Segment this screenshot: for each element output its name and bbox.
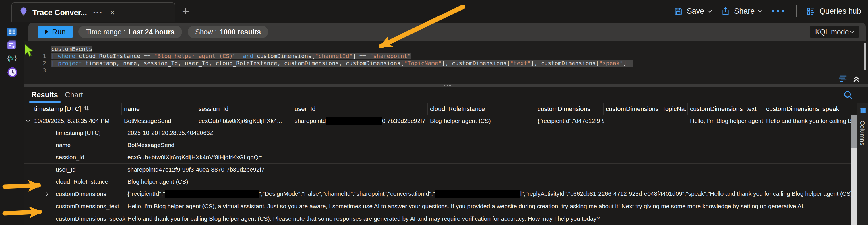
- tab-chart[interactable]: Chart: [65, 91, 83, 99]
- functions-icon[interactable]: {fx}: [6, 52, 18, 64]
- run-button[interactable]: Run: [37, 26, 73, 38]
- new-tab-button[interactable]: +: [182, 4, 189, 18]
- tab-more-button[interactable]: •••: [93, 9, 102, 16]
- topbar-actions: Save Share ••• Queries hub: [674, 0, 861, 22]
- collapse-editor-icon[interactable]: [852, 74, 861, 84]
- save-icon: [674, 6, 683, 15]
- share-chevron-icon[interactable]: [758, 8, 763, 12]
- chevron-right-icon[interactable]: [44, 192, 48, 196]
- editor-actions: [838, 74, 861, 84]
- tables-icon[interactable]: [6, 26, 18, 37]
- lightbulb-icon: [19, 7, 28, 18]
- code-line-3[interactable]: 3 | project timestamp, name, session_Id,…: [25, 60, 868, 67]
- show-results-picker[interactable]: Show : 1000 results: [188, 26, 268, 38]
- detail-row-customdimensions[interactable]: customDimensions {"recipientId":"","Desi…: [24, 188, 851, 200]
- example-queries-icon[interactable]: [6, 39, 18, 51]
- active-tab-indicator: [29, 101, 61, 103]
- feedback-lines-icon[interactable]: [838, 75, 848, 84]
- cell-customdimensions-speak[interactable]: Hello and thank you for calling Blog hel…: [764, 115, 851, 127]
- query-toolbar: Run Time range : Last 24 hours Show : 10…: [28, 23, 866, 41]
- topbar-divider: [796, 5, 797, 18]
- cell-customdimensions[interactable]: {"recipientId":"d47e12f9-99f3-...: [535, 115, 603, 127]
- cell-name[interactable]: BotMessageSend: [122, 115, 196, 127]
- app-root: Trace Conver... ••• × + Save Share •••: [0, 0, 868, 225]
- show-results-value: 1000 results: [220, 28, 261, 36]
- query-history-icon[interactable]: [6, 67, 18, 78]
- time-range-value: Last 24 hours: [128, 28, 175, 36]
- detail-row-timestamp[interactable]: timestamp [UTC] 2025-10-20T20:28:35.4042…: [24, 127, 851, 139]
- cell-session-id[interactable]: ecxGub+btw0iXjr6rgKdljHXk4...: [196, 115, 292, 127]
- columns-icon[interactable]: [859, 107, 867, 116]
- share-icon: [721, 6, 730, 15]
- header-session-id[interactable]: session_Id: [196, 103, 292, 115]
- header-customdimensions-topicname[interactable]: customDimensions_TopicNa...: [603, 103, 688, 115]
- columns-side-panel: Columns: [857, 103, 868, 225]
- save-chevron-icon[interactable]: [708, 8, 712, 12]
- svg-text:}: }: [14, 54, 17, 62]
- time-range-picker[interactable]: Time range : Last 24 hours: [79, 26, 182, 38]
- header-customdimensions-speak[interactable]: customDimensions_speak: [764, 103, 851, 115]
- cell-timestamp[interactable]: 10/20/2025, 8:28:35.404 PM: [32, 115, 122, 127]
- cell-user-id[interactable]: sharepointd0-7b39d2be92f7: [292, 115, 428, 127]
- kql-editor[interactable]: 1 customEvents 2 | where cloud_RoleInsta…: [25, 41, 868, 84]
- kql-mode-dropdown[interactable]: KQL mode: [810, 26, 859, 38]
- code-line-2[interactable]: 2 | where cloud_RoleInstance == "Blog he…: [25, 53, 868, 60]
- detail-row-customdimensions-speak[interactable]: customDimensions_speak Hello and thank y…: [24, 213, 851, 225]
- detail-row-user-id[interactable]: user_Id sharepointd47e12f9-99f3-40ea-887…: [24, 164, 851, 176]
- share-button[interactable]: Share: [721, 6, 762, 15]
- redaction-box: [165, 190, 259, 198]
- detail-row-session-id[interactable]: session_Id ecxGub+btw0iXjr6rgKdljHXk4oVf…: [24, 151, 851, 164]
- run-play-icon: [45, 29, 49, 34]
- detail-row-name[interactable]: name BotMessageSend: [24, 139, 851, 151]
- cell-customdimensions-text[interactable]: Hello, I'm Blog helper agent (...: [688, 115, 764, 127]
- line-number: 3: [25, 67, 46, 74]
- detail-row-cloud-roleinstance[interactable]: cloud_RoleInstance Blog helper agent (CS…: [24, 176, 851, 188]
- chevron-down-icon[interactable]: [26, 118, 30, 122]
- results-scrollbar[interactable]: [851, 116, 857, 225]
- top-bar: Trace Conver... ••• × + Save Share •••: [0, 0, 868, 22]
- redaction-box: [326, 117, 382, 125]
- cell-cloud-roleinstance[interactable]: Blog helper agent (CS): [428, 115, 535, 127]
- queries-hub-icon: [806, 6, 815, 15]
- editor-scrollbar[interactable]: [864, 43, 866, 70]
- columns-panel-label[interactable]: Columns: [859, 121, 866, 146]
- queries-hub-button[interactable]: Queries hub: [806, 6, 861, 15]
- results-pane: Results Chart timestamp [UTC] name sessi…: [24, 87, 868, 225]
- header-user-id[interactable]: user_Id: [292, 103, 428, 115]
- query-tab[interactable]: Trace Conver... ••• ×: [11, 2, 175, 22]
- pane-splitter[interactable]: [24, 84, 868, 87]
- left-rail: {fx}: [0, 22, 24, 225]
- header-name[interactable]: name: [122, 103, 196, 115]
- table-header-row: timestamp [UTC] name session_Id user_Id …: [24, 103, 851, 115]
- redaction-box: [435, 190, 521, 198]
- table-row[interactable]: 10/20/2025, 8:28:35.404 PM BotMessageSen…: [24, 115, 851, 127]
- header-timestamp[interactable]: timestamp [UTC]: [32, 103, 122, 115]
- detail-row-customdimensions-text[interactable]: customDimensions_text Hello, I'm Blog he…: [24, 200, 851, 213]
- search-icon[interactable]: [843, 90, 853, 101]
- save-button[interactable]: Save: [674, 6, 712, 15]
- kql-mode-chevron-icon: [850, 29, 855, 33]
- header-customdimensions-text[interactable]: customDimensions_text: [688, 103, 764, 115]
- code-line-1[interactable]: 1 customEvents: [25, 45, 868, 53]
- header-cloud-roleinstance[interactable]: cloud_RoleInstance: [428, 103, 535, 115]
- scrollbar-thumb[interactable]: [851, 116, 857, 149]
- svg-text:fx: fx: [9, 55, 14, 62]
- header-expander: [24, 103, 32, 115]
- tab-results[interactable]: Results: [31, 91, 58, 99]
- cell-customdimensions-topicname[interactable]: [603, 115, 688, 127]
- tab-close-icon[interactable]: ×: [110, 8, 115, 18]
- results-tabs: Results Chart: [24, 87, 868, 103]
- row-expander: [24, 115, 32, 127]
- more-actions-button[interactable]: •••: [771, 6, 786, 16]
- sort-icon[interactable]: [83, 105, 90, 113]
- header-customdimensions[interactable]: customDimensions: [535, 103, 603, 115]
- splitter-grip-icon[interactable]: [444, 85, 451, 86]
- tab-title: Trace Conver...: [32, 8, 87, 17]
